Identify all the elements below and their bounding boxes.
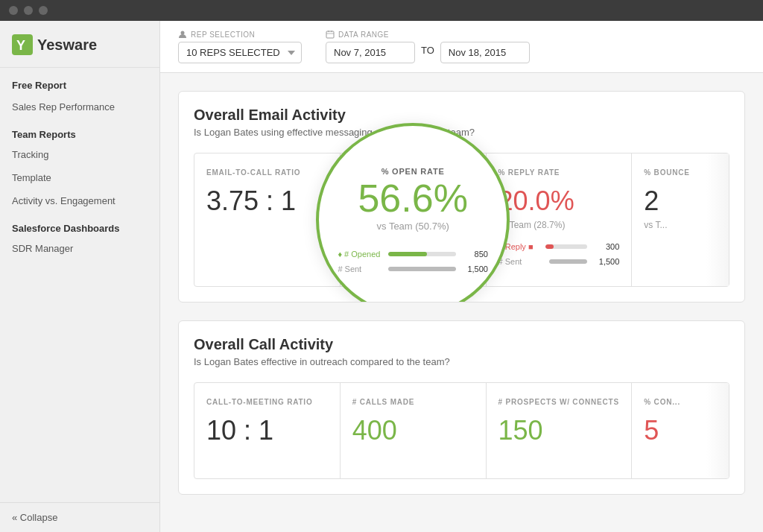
reply-sent-bar-count: 1,500 [593, 257, 619, 266]
svg-rect-3 [326, 31, 334, 38]
fade-overlay [706, 153, 729, 286]
reply-sent-bar-row: # Sent 1,500 [498, 257, 620, 266]
reply-bar-fill [545, 244, 554, 249]
sidebar: Y Yesware Free Report Sales Rep Performa… [0, 21, 160, 532]
email-call-ratio-label: EMAIL-TO-CALL RATIO [206, 168, 328, 177]
pct-connects-cell: % CON... 5 [632, 383, 729, 478]
sidebar-item-template[interactable]: Template [0, 166, 159, 189]
prospects-connects-cell: # PROSPECTS W/ CONNECTS 150 [487, 383, 633, 478]
call-metrics-row: CALL-TO-MEETING RATIO 10 : 1 # CALLS MAD… [194, 382, 729, 479]
email-call-ratio-value: 3.75 : 1 [206, 186, 328, 217]
open-rate-cell: % OPEN RATE 56.6% vs Team (50.7%) ♦ # Op… [341, 153, 487, 286]
date-from-input[interactable] [326, 42, 415, 63]
salesforce-header: Salesforce Dashboards [0, 212, 159, 237]
open-rate-circle-vs: vs Team (50.7%) [377, 221, 449, 232]
calls-made-cell: # CALLS MADE 400 [341, 383, 487, 478]
reply-rate-value: 20.0% [498, 186, 620, 217]
email-activity-card: Overall Email Activity Is Logan Bates us… [178, 91, 745, 303]
sent-bar-fill [388, 267, 456, 271]
reply-rate-label: % REPLY RATE [498, 168, 620, 177]
app: Y Yesware Free Report Sales Rep Performa… [0, 21, 763, 532]
call-fade-overlay [706, 383, 729, 478]
open-rate-circle-label: % OPEN RATE [382, 167, 445, 176]
data-range-label: DATA RANGE [326, 30, 530, 39]
titlebar [0, 0, 763, 21]
date-to-input[interactable] [440, 42, 530, 63]
reply-bar-count: 300 [593, 242, 619, 251]
sent-bar-container [388, 267, 456, 271]
main-content: REP SELECTION 10 REPS SELECTED DATA RANG… [160, 21, 763, 532]
calls-made-label: # CALLS MADE [352, 398, 474, 406]
yesware-logo-icon: Y [12, 34, 33, 55]
collapse-button[interactable]: « Collapse [0, 502, 159, 532]
logo-text: Yesware [37, 37, 97, 54]
call-section-title: Overall Call Activity [194, 336, 729, 353]
opened-bar-label: ♦ # Opened [338, 250, 382, 259]
svg-point-2 [181, 31, 185, 35]
calendar-icon [326, 30, 335, 39]
logo: Y Yesware [12, 34, 148, 55]
email-metrics-row: EMAIL-TO-CALL RATIO 3.75 : 1 % OPEN RATE… [194, 153, 729, 287]
call-activity-card: Overall Call Activity Is Logan Bates eff… [178, 320, 745, 495]
opened-bar-row: ♦ # Opened 850 [338, 250, 488, 259]
to-label: TO [421, 45, 434, 56]
call-section-subtitle: Is Logan Bates effective in outreach com… [194, 356, 729, 367]
calls-made-value: 400 [352, 415, 474, 446]
reply-bar-container [545, 244, 588, 249]
team-reports-header: Team Reports [0, 118, 159, 143]
titlebar-dot-3 [39, 6, 48, 15]
bounce-rate-cell: % BOUNCE 2 vs T... [632, 153, 729, 286]
opened-bar-count: 850 [462, 250, 488, 259]
prospects-connects-value: 150 [498, 415, 620, 446]
call-meeting-ratio-value: 10 : 1 [206, 415, 328, 446]
free-report-label: Free Report [0, 68, 159, 95]
reply-rate-vs: vs Team (28.7%) [498, 220, 620, 230]
reply-bars: # Reply ■ 300 # Sent [498, 242, 620, 266]
svg-text:Y: Y [16, 38, 25, 53]
prospects-connects-label: # PROSPECTS W/ CONNECTS [498, 398, 620, 406]
titlebar-dot-2 [24, 6, 33, 15]
reply-sent-bar-fill [549, 259, 588, 264]
reply-sent-bar-label: # Sent [498, 257, 543, 266]
email-section-title: Overall Email Activity [194, 107, 729, 124]
opened-bar-fill [388, 252, 427, 256]
opened-bar-container [388, 252, 456, 256]
header-bar: REP SELECTION 10 REPS SELECTED DATA RANG… [160, 21, 763, 73]
titlebar-dot-1 [9, 6, 18, 15]
sent-bar-row: # Sent 1,500 [338, 265, 488, 273]
sidebar-item-tracking[interactable]: Tracking [0, 143, 159, 166]
person-icon [178, 30, 187, 39]
reply-sent-bar-container [549, 259, 588, 264]
sidebar-item-sdr[interactable]: SDR Manager [0, 237, 159, 260]
logo-area: Y Yesware [0, 21, 159, 68]
rep-selection-control: REP SELECTION 10 REPS SELECTED [178, 30, 302, 63]
sent-bar-label: # Sent [338, 265, 382, 273]
sidebar-item-sales-rep[interactable]: Sales Rep Performance [0, 95, 159, 118]
data-range-control: DATA RANGE TO [326, 30, 530, 63]
date-range-row: TO [326, 42, 530, 63]
call-meeting-ratio-cell: CALL-TO-MEETING RATIO 10 : 1 [194, 383, 341, 478]
scrollable-content: Overall Email Activity Is Logan Bates us… [160, 73, 763, 532]
sent-bar-count: 1,500 [462, 265, 488, 273]
sidebar-item-activity[interactable]: Activity vs. Engagement [0, 189, 159, 212]
open-rate-progress: ♦ # Opened 850 # Sent [338, 244, 488, 273]
call-meeting-ratio-label: CALL-TO-MEETING RATIO [206, 398, 328, 406]
rep-selection-select[interactable]: 10 REPS SELECTED [178, 42, 302, 63]
reply-bar-row: # Reply ■ 300 [498, 242, 620, 251]
open-rate-circle: % OPEN RATE 56.6% vs Team (50.7%) ♦ # Op… [316, 123, 510, 303]
rep-selection-label: REP SELECTION [178, 30, 302, 39]
open-rate-circle-value: 56.6% [358, 179, 467, 218]
